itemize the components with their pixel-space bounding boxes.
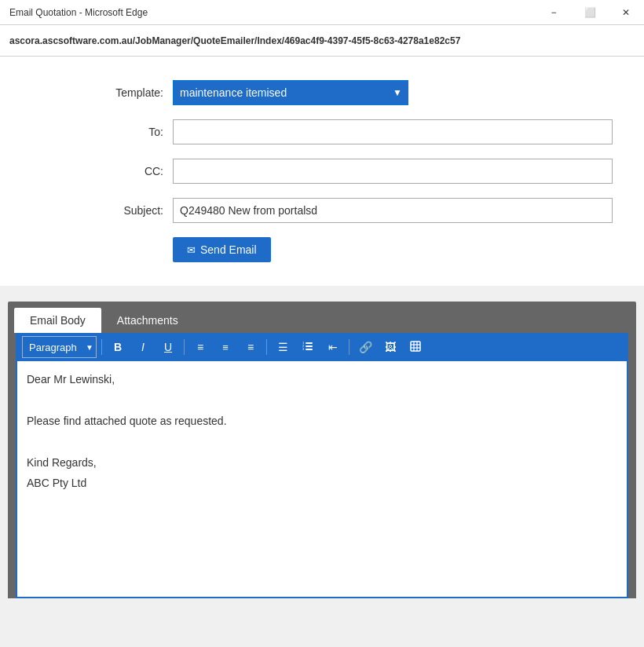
- editor-line-1: Dear Mr Lewinski,: [27, 371, 617, 388]
- editor-line-3: Please find attached quote as requested.: [27, 412, 617, 430]
- editor-line-4: [27, 433, 617, 450]
- window-controls: − ⬜ ✕: [536, 0, 644, 25]
- outdent-icon: ⇤: [328, 341, 338, 353]
- italic-icon: I: [141, 341, 145, 353]
- window-title: Email Quotation - Microsoft Edge: [9, 7, 148, 18]
- cc-input[interactable]: [173, 159, 613, 184]
- tab-attachments-label: Attachments: [117, 314, 178, 327]
- link-icon: 🔗: [359, 341, 372, 353]
- outdent-button[interactable]: ⇤: [322, 336, 344, 358]
- send-email-label: Send Email: [200, 243, 257, 256]
- italic-button[interactable]: I: [132, 336, 154, 358]
- tab-container: Email Body Attachments Paragraph Heading…: [8, 302, 636, 598]
- svg-rect-2: [306, 349, 313, 350]
- ordered-list-button[interactable]: 1 2 3: [297, 336, 319, 358]
- editor-toolbar: Paragraph Heading 1 Heading 2 ▼ B I U ≡: [17, 333, 627, 361]
- address-bar: ascora.ascsoftware.com.au/JobManager/Quo…: [0, 25, 644, 57]
- envelope-icon: ✉: [187, 244, 196, 256]
- tab-email-body[interactable]: Email Body: [14, 308, 101, 333]
- editor-line-2: [27, 391, 617, 408]
- toolbar-divider-1: [101, 339, 102, 355]
- table-button[interactable]: [404, 336, 426, 358]
- svg-rect-1: [306, 345, 313, 347]
- svg-rect-0: [306, 342, 313, 344]
- underline-button[interactable]: U: [157, 336, 179, 358]
- toolbar-divider-3: [266, 339, 267, 355]
- subject-row: Subject:: [31, 198, 613, 223]
- link-button[interactable]: 🔗: [354, 336, 376, 358]
- align-right-button[interactable]: ≡: [240, 336, 262, 358]
- align-center-button[interactable]: ≡: [214, 336, 236, 358]
- align-left-icon: ≡: [197, 341, 203, 353]
- editor-container: Paragraph Heading 1 Heading 2 ▼ B I U ≡: [16, 333, 628, 598]
- cc-label: CC:: [31, 165, 173, 177]
- svg-text:3: 3: [302, 347, 305, 351]
- subject-input[interactable]: [173, 198, 613, 223]
- bold-button[interactable]: B: [107, 336, 129, 358]
- template-select[interactable]: maintenance itemised standard detailed: [173, 80, 408, 105]
- title-bar: Email Quotation - Microsoft Edge − ⬜ ✕: [0, 0, 644, 25]
- restore-button[interactable]: ⬜: [572, 0, 608, 25]
- editor-line-6: ABC Pty Ltd: [27, 474, 617, 492]
- ordered-list-icon: 1 2 3: [302, 341, 313, 354]
- toolbar-divider-4: [349, 339, 349, 355]
- tab-bar: Email Body Attachments: [8, 302, 636, 333]
- align-center-icon: ≡: [222, 342, 229, 353]
- bold-icon: B: [114, 341, 122, 353]
- subject-label: Subject:: [31, 204, 173, 217]
- template-row: Template: maintenance itemised standard …: [31, 80, 613, 105]
- svg-rect-6: [411, 342, 420, 351]
- align-left-button[interactable]: ≡: [189, 336, 211, 358]
- to-row: To:: [31, 119, 613, 144]
- table-icon: [410, 341, 421, 354]
- editor-line-5: Kind Regards,: [27, 454, 617, 471]
- cc-row: CC:: [31, 159, 613, 184]
- toolbar-divider-2: [184, 339, 185, 355]
- unordered-list-button[interactable]: ☰: [272, 336, 294, 358]
- url-domain-main: ascsoftware.com.au: [42, 35, 133, 46]
- url-domain: ascora.ascsoftware.com.au: [9, 35, 133, 46]
- url-path: /JobManager/QuoteEmailer/Index/469ac4f9-…: [133, 35, 461, 46]
- tab-attachments[interactable]: Attachments: [101, 308, 194, 333]
- image-icon: 🖼: [385, 341, 396, 353]
- align-right-icon: ≡: [247, 341, 254, 353]
- template-label: Template:: [31, 86, 173, 99]
- paragraph-select-wrapper: Paragraph Heading 1 Heading 2 ▼: [22, 336, 97, 358]
- send-email-button[interactable]: ✉ Send Email: [173, 237, 271, 262]
- minimize-button[interactable]: −: [536, 0, 572, 25]
- close-button[interactable]: ✕: [608, 0, 644, 25]
- template-select-wrapper: maintenance itemised standard detailed ▼: [173, 80, 408, 105]
- to-label: To:: [31, 126, 173, 138]
- content-area: Template: maintenance itemised standard …: [0, 57, 644, 286]
- send-button-row: ✉ Send Email: [31, 237, 613, 262]
- editor-body[interactable]: Dear Mr Lewinski, Please find attached q…: [17, 361, 627, 597]
- underline-icon: U: [164, 341, 172, 353]
- to-input[interactable]: [173, 119, 613, 144]
- unordered-list-icon: ☰: [278, 341, 288, 353]
- url-display: ascora.ascsoftware.com.au/JobManager/Quo…: [9, 35, 460, 46]
- paragraph-format-select[interactable]: Paragraph Heading 1 Heading 2: [22, 336, 97, 358]
- tab-email-body-label: Email Body: [30, 314, 86, 327]
- image-button[interactable]: 🖼: [379, 336, 401, 358]
